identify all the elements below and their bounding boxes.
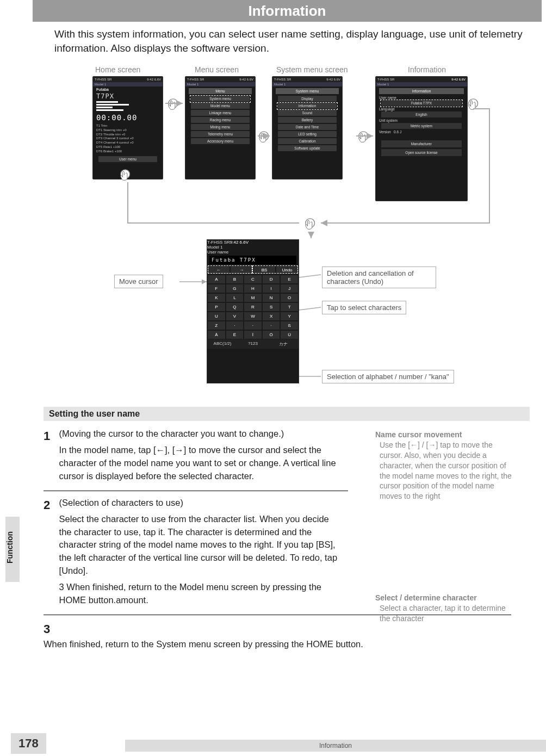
step-2: 2 (Selection of characters to use) Selec… (44, 497, 348, 607)
home-brand: Futaba (96, 88, 159, 91)
key: Ö (263, 331, 280, 339)
key: Q (226, 303, 244, 311)
sys-title: System menu (276, 88, 339, 94)
home-model: T7PX (96, 92, 159, 100)
navigation-diagram: Home screen Menu screen System menu scre… (38, 60, 535, 397)
kb-title: User name (207, 250, 299, 255)
home-topbar-left: T-FHSS SR (95, 78, 111, 81)
section-title: Setting the user name (44, 407, 530, 421)
label-home: Home screen (95, 65, 140, 74)
key: O (281, 294, 298, 302)
key: E (281, 275, 298, 283)
key: N (263, 294, 280, 302)
svg-line-13 (299, 307, 321, 310)
menu-topbar-left: T-FHSS SR (187, 78, 204, 81)
sys-item-datetime: Date and Time (278, 124, 337, 130)
key: Ä (208, 331, 225, 339)
kb-subtitle: Model 1 (207, 245, 299, 250)
side-body-2: Select a character, tap it to determine … (375, 603, 517, 624)
info-username-label: User name (379, 96, 464, 100)
kb-topbar-right: 9:42 6.6V (230, 240, 249, 245)
side-tab-function: Function (5, 517, 20, 582)
info-screen-thumb: T-FHSS SR9:42 6.6V Model 1 Information U… (375, 76, 468, 201)
sys-item-sound: Sound (278, 110, 337, 116)
kb-mode-num: ?123 (238, 339, 268, 349)
key: C (244, 275, 262, 283)
menu-item-linkage: Linkage menu (191, 110, 250, 116)
tap-icon (120, 169, 134, 185)
key: L (226, 294, 244, 302)
step1-head: (Moving the cursor to the character you … (59, 429, 284, 438)
info-version-value: 0.6 J (394, 130, 401, 134)
sys-topbar-left: T-FHSS SR (274, 78, 291, 81)
home-screen-thumb: T-FHSS SR9:42 6.6V Model 1 Futaba T7PX 0… (92, 76, 163, 179)
info-topbar-right: 9:42 6.6V (451, 78, 466, 81)
label-info: Information (408, 65, 446, 74)
key: H (244, 284, 262, 293)
callout-tap: Tap to select characters (322, 301, 406, 314)
tap-icon (468, 98, 482, 114)
step-1: 1 (Moving the cursor to the character yo… (44, 427, 348, 483)
menu-item-racing: Racing menu (191, 117, 250, 123)
side-body-1: Use the [←] / [→] tap to move the cursor… (375, 440, 517, 501)
kb-mode-abc: ABC(1/2) (207, 339, 238, 349)
step2-head: (Selection of characters to use) (59, 498, 183, 507)
key: Y (281, 312, 298, 320)
menu-topbar-right: 9:42 6.6V (239, 78, 253, 81)
tap-icon (167, 98, 182, 114)
step1-body: In the model name, tap [←], [→] to move … (59, 444, 342, 483)
key: T (281, 303, 298, 311)
callout-move-cursor: Move cursor (114, 275, 163, 288)
info-manufacturer-btn: Manufacturer (381, 140, 462, 147)
home-usermenu: User menu (98, 156, 157, 162)
info-version-label: Version (379, 130, 391, 134)
kb-input: Futaba T7PX (209, 256, 296, 264)
home-subtitle: Model 1 (93, 82, 163, 86)
key: Ë (226, 331, 244, 339)
tap-icon (305, 218, 319, 234)
sys-item-calibration: Calibration (278, 138, 337, 144)
home-topbar-right: 9:42 6.6V (147, 78, 161, 81)
key: A (208, 275, 225, 283)
info-unit-value: Metric system (381, 123, 462, 129)
label-menu: Menu screen (195, 65, 239, 74)
menu-item-accessory: Accessory menu (191, 138, 250, 144)
key: M (244, 294, 262, 302)
callout-mode: Selection of alphabet / number / "kana" (322, 370, 454, 383)
callout-undo: Deletion and cancellation of characters … (322, 267, 436, 288)
key: I (263, 284, 280, 293)
home-timer: 00:00.00 (96, 113, 159, 122)
info-topbar-left: T-FHSS SR (377, 78, 394, 81)
username-editor-thumb: T-FHSS SR9:42 6.6V Model 1 User name Fut… (207, 239, 299, 383)
svg-line-12 (299, 275, 321, 277)
intro-text: With this system information, you can se… (54, 27, 530, 55)
key: D (263, 275, 280, 283)
key: W (244, 312, 262, 320)
key: Ï (244, 331, 262, 339)
label-system: System menu screen (276, 65, 348, 74)
page-number: 178 (11, 733, 46, 754)
tap-icon (258, 131, 272, 147)
kb-mode-kana: カナ (268, 339, 299, 349)
key: P (208, 303, 225, 311)
sys-item-led: LED setting (278, 131, 337, 137)
menu-item-telemetry: Telemetry menu (191, 131, 250, 137)
footer-label: Information (125, 740, 546, 752)
key: · (263, 321, 280, 330)
sys-item-display: Display (278, 96, 337, 102)
step-3: 3 When finished, return to the System me… (44, 621, 348, 651)
system-screen-thumb: T-FHSS SR9:42 6.6V Model 1 System menu D… (272, 76, 343, 179)
key: G (226, 284, 244, 293)
menu-item-mixing: Mixing menu (191, 124, 250, 130)
sys-topbar-right: 9:42 6.6V (326, 78, 340, 81)
key: K (208, 294, 225, 302)
key: B (226, 275, 244, 283)
key: F (208, 284, 225, 293)
key: V (226, 312, 244, 320)
sys-subtitle: Model 1 (272, 82, 342, 86)
sys-item-battery: Battery (278, 117, 337, 123)
step2-extra: 3 When finished, return to the Model men… (59, 581, 342, 607)
menu-subtitle: Model 1 (185, 82, 255, 86)
info-subtitle: Model 1 (376, 82, 467, 86)
key: Ü (281, 331, 298, 339)
